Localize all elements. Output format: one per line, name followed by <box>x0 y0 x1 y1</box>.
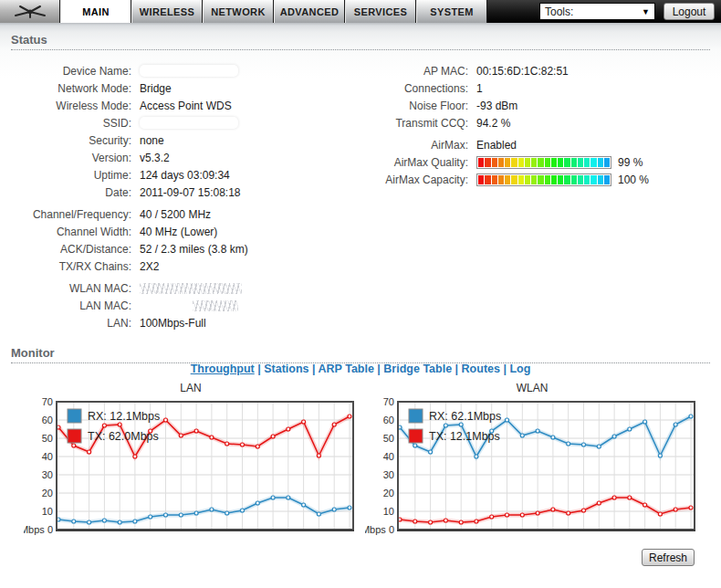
wlan-chart: 10203040506070Mbps 0RX: 62.1MbpsTX: 12.1… <box>365 397 699 545</box>
redacted-value <box>140 283 242 294</box>
bar-segment <box>604 175 610 184</box>
status-row: Channel Width:40 MHz (Lower) <box>9 223 354 240</box>
svg-text:50: 50 <box>42 433 53 444</box>
field-value: Access Point WDS <box>140 100 232 112</box>
svg-text:RX: 62.1Mbps: RX: 62.1Mbps <box>429 410 501 423</box>
field-value: 00:15:6D:1C:82:51 <box>476 65 569 78</box>
field-value: 124 days 03:09:34 <box>140 169 230 182</box>
status-row: ACK/Distance:52 / 2.3 miles (3.8 km) <box>9 240 354 257</box>
lan-chart-block: LAN 10203040506070Mbps 0RX: 12.1MbpsTX: … <box>24 382 358 545</box>
tab-wireless[interactable]: WIRELESS <box>131 0 203 23</box>
bar-segment <box>492 175 497 184</box>
link-separator: | <box>500 362 509 375</box>
field-value: 1 <box>476 82 483 95</box>
field-label: SSID: <box>9 117 140 130</box>
bar-segment <box>538 175 543 184</box>
bar-segment <box>518 175 524 184</box>
monitor-link-arp-table[interactable]: ARP Table <box>319 362 374 375</box>
chevron-down-icon: ▼ <box>642 7 650 16</box>
field-value: 100 % <box>618 173 649 186</box>
status-row: AP MAC:00:15:6D:1C:82:51 <box>358 62 716 79</box>
logout-button[interactable]: Logout <box>664 3 715 20</box>
link-separator: | <box>255 362 264 375</box>
field-label: Noise Floor: <box>358 100 476 112</box>
wlan-chart-title: WLAN <box>365 382 699 396</box>
field-value: 100Mbps-Full <box>140 317 206 330</box>
tab-advanced[interactable]: ADVANCED <box>274 0 345 23</box>
field-value: -93 dBm <box>476 100 517 112</box>
status-row: AirMax Capacity:100 % <box>358 171 716 188</box>
field-label: Channel/Frequency: <box>9 208 140 221</box>
status-row: AirMax:Enabled <box>358 136 716 153</box>
status-row: Uptime:124 days 03:09:34 <box>9 166 354 184</box>
field-value: Enabled <box>476 139 517 152</box>
tab-network[interactable]: NETWORK <box>203 0 274 23</box>
status-row: LAN MAC: <box>9 297 354 314</box>
tab-main[interactable]: MAIN <box>60 0 131 23</box>
bar-segment <box>571 175 577 184</box>
monitor-link-log[interactable]: Log <box>509 362 530 375</box>
bar-segment <box>590 175 596 184</box>
svg-text:50: 50 <box>383 433 394 444</box>
field-label: AirMax Capacity: <box>358 173 476 186</box>
tab-system[interactable]: SYSTEM <box>416 0 487 23</box>
status-row: Wireless Mode:Access Point WDS <box>9 97 354 114</box>
bar-segment <box>478 158 484 167</box>
svg-text:30: 30 <box>42 469 53 480</box>
bar-segment <box>590 158 596 167</box>
status-section-header: Status <box>11 33 710 50</box>
antenna-icon <box>11 4 49 20</box>
field-label: TX/RX Chains: <box>9 260 140 273</box>
tools-label: Tools: <box>545 5 573 18</box>
bar-segment <box>505 175 510 184</box>
bar-segment <box>571 158 577 167</box>
svg-text:RX: 12.1Mbps: RX: 12.1Mbps <box>88 410 160 423</box>
svg-text:Mbps 0: Mbps 0 <box>24 524 53 535</box>
bar-segment <box>584 158 590 167</box>
status-row: TX/RX Chains:2X2 <box>9 257 354 275</box>
field-label: Date: <box>9 186 140 199</box>
tools-dropdown[interactable]: Tools: ▼ <box>539 3 655 20</box>
status-row: Date:2011-09-07 15:08:18 <box>9 184 354 201</box>
monitor-link-routes[interactable]: Routes <box>462 362 500 375</box>
svg-text:20: 20 <box>42 488 53 499</box>
status-row: WLAN MAC: <box>9 279 354 297</box>
status-row: LAN:100Mbps-Full <box>9 314 354 331</box>
status-row: Transmit CCQ:94.2 % <box>358 114 716 131</box>
svg-text:Mbps 0: Mbps 0 <box>365 524 394 535</box>
status-row: Connections:1 <box>358 79 716 97</box>
monitor-link-throughput[interactable]: Throughput <box>191 362 255 375</box>
bar-segment <box>518 158 524 167</box>
bar-segment <box>558 158 563 167</box>
bar-segment <box>604 158 610 167</box>
bar-segment <box>551 158 557 167</box>
monitor-link-bridge-table[interactable]: Bridge Table <box>383 362 452 375</box>
monitor-link-stations[interactable]: Stations <box>264 362 308 375</box>
field-label: ACK/Distance: <box>9 243 140 256</box>
bar-segment <box>584 175 590 184</box>
status-row: Device Name: <box>9 62 354 79</box>
bar-segment <box>498 175 504 184</box>
bar-segment <box>485 158 490 167</box>
field-value: 40 MHz (Lower) <box>140 226 217 238</box>
tab-services[interactable]: SERVICES <box>345 0 416 23</box>
bar-segment <box>545 158 550 167</box>
svg-text:70: 70 <box>383 397 394 407</box>
status-right-column: AP MAC:00:15:6D:1C:82:51Connections:1Noi… <box>358 62 716 188</box>
bar-segment <box>578 175 583 184</box>
bar-segment <box>478 175 484 184</box>
field-label: AP MAC: <box>358 65 476 78</box>
bar-segment <box>564 175 569 184</box>
bar-segment <box>564 158 569 167</box>
refresh-button[interactable]: Refresh <box>642 549 695 566</box>
svg-text:70: 70 <box>42 397 53 407</box>
bar-segment <box>578 158 583 167</box>
field-value: 52 / 2.3 miles (3.8 km) <box>140 243 248 256</box>
field-label: Transmit CCQ: <box>358 117 476 130</box>
field-label: Version: <box>9 152 140 164</box>
link-separator: | <box>374 362 383 375</box>
status-row: Network Mode:Bridge <box>9 79 354 97</box>
bar-segment <box>551 175 557 184</box>
redacted-value <box>140 117 238 129</box>
redacted-value <box>193 300 238 311</box>
